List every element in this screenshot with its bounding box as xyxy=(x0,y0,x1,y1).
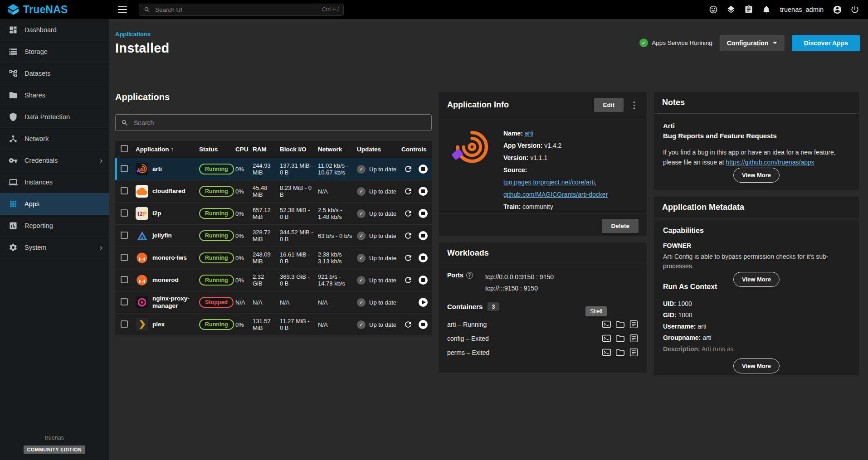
stop-button[interactable] xyxy=(419,320,428,329)
notes-issue-link[interactable]: https://github.com/truenas/apps xyxy=(726,159,814,166)
select-all-checkbox[interactable] xyxy=(121,145,128,152)
sidebar-item-apps[interactable]: Apps xyxy=(0,193,109,215)
configuration-button[interactable]: Configuration xyxy=(720,35,785,51)
sidebar-item-network[interactable]: Network xyxy=(0,128,109,150)
global-search-input[interactable] xyxy=(154,6,318,14)
row-checkbox[interactable] xyxy=(121,320,128,328)
stop-button[interactable] xyxy=(419,231,428,240)
edit-button[interactable]: Edit xyxy=(594,98,624,112)
stop-button[interactable] xyxy=(419,187,428,196)
table-row-plex[interactable]: plex Running 0% 131.57 MiB 11.27 MiB - 0… xyxy=(115,314,432,336)
sidebar-item-label: Apps xyxy=(24,200,39,208)
row-checkbox[interactable] xyxy=(121,209,128,217)
cpu-value: 0% xyxy=(233,208,250,219)
help-icon[interactable]: ? xyxy=(466,272,473,279)
jobs-icon[interactable] xyxy=(744,5,754,15)
volumes-icon[interactable] xyxy=(615,320,625,329)
discover-apps-button[interactable]: Discover Apps xyxy=(792,35,860,51)
shell-icon[interactable] xyxy=(602,348,611,357)
table-row-nginx-proxy-manager[interactable]: nginx-proxy-manager Stopped N/A N/A N/A … xyxy=(115,291,432,314)
column-status[interactable]: Status xyxy=(197,144,233,155)
volumes-icon[interactable] xyxy=(615,334,625,343)
sidebar-item-label: Data Protection xyxy=(24,113,70,121)
row-checkbox[interactable] xyxy=(121,298,128,305)
capabilities-title: Capabilities xyxy=(663,227,850,235)
view-more-button[interactable]: View More xyxy=(733,358,780,373)
stop-button[interactable] xyxy=(419,165,428,174)
global-search[interactable]: Ctrl + / xyxy=(139,4,344,16)
user-icon[interactable] xyxy=(832,5,842,15)
column-block-io[interactable]: Block I/O xyxy=(278,144,316,155)
apps-search[interactable] xyxy=(115,114,432,131)
sidebar-item-system[interactable]: System › xyxy=(0,237,109,258)
table-row-i2p[interactable]: I2P i2p Running 0% 657.12 MiB 52.38 MiB … xyxy=(115,203,432,225)
block-io-value: 369.3 GiB - 0 B xyxy=(278,271,316,289)
breadcrumb[interactable]: Applications xyxy=(115,31,151,38)
row-checkbox[interactable] xyxy=(121,187,128,194)
logs-icon[interactable] xyxy=(629,348,639,357)
feedback-icon[interactable] xyxy=(708,5,718,15)
name-label: Name: xyxy=(503,130,523,137)
sidebar-item-datasets[interactable]: Datasets xyxy=(0,63,109,84)
sidebar-item-data-protection[interactable]: Data Protection xyxy=(0,106,109,128)
shell-icon[interactable] xyxy=(602,334,611,343)
train-value: community xyxy=(522,203,553,210)
stop-button[interactable] xyxy=(419,209,428,218)
sidebar-item-instances[interactable]: Instances xyxy=(0,171,109,193)
restart-button[interactable] xyxy=(404,253,413,262)
apps-search-input[interactable] xyxy=(133,119,426,127)
column-cpu[interactable]: CPU xyxy=(233,144,250,155)
view-more-button[interactable]: View More xyxy=(733,272,780,287)
notes-app-name: Arti xyxy=(663,121,850,131)
restart-button[interactable] xyxy=(404,320,413,329)
table-row-jellyfin[interactable]: jellyfin Running 0% 328.72 MiB 344.52 Mi… xyxy=(115,225,432,247)
restart-button[interactable] xyxy=(404,187,413,196)
notifications-icon[interactable] xyxy=(761,5,771,15)
stop-button[interactable] xyxy=(419,276,428,285)
restart-button[interactable] xyxy=(404,209,413,218)
sidebar-item-credentials[interactable]: Credentials › xyxy=(0,150,109,171)
row-checkbox[interactable] xyxy=(121,254,128,261)
view-more-button[interactable]: View More xyxy=(733,168,780,183)
sidebar-item-dashboard[interactable]: Dashboard xyxy=(0,19,109,41)
logs-icon[interactable] xyxy=(629,320,639,329)
power-icon[interactable] xyxy=(850,5,860,15)
row-checkbox[interactable] xyxy=(121,276,128,283)
table-row-monerod[interactable]: monerod Running 0% 2.32 GiB 369.3 GiB - … xyxy=(115,269,432,291)
app-name-link[interactable]: arti xyxy=(525,130,533,137)
apps-icon xyxy=(9,199,18,208)
restart-button[interactable] xyxy=(404,231,413,240)
restart-button[interactable] xyxy=(404,276,413,285)
status-badge: Running xyxy=(199,186,234,197)
releases-icon[interactable] xyxy=(726,5,736,15)
column-network[interactable]: Network xyxy=(316,144,355,155)
column-application[interactable]: Application ↑ xyxy=(133,144,197,155)
row-checkbox[interactable] xyxy=(121,232,128,239)
username-label: Username: xyxy=(663,323,696,330)
table-row-monero-lws[interactable]: monero-lws Running 0% 248.09 MiB 16.61 M… xyxy=(115,247,432,269)
source-link[interactable]: github.com/MAGICGrants/arti-docker xyxy=(503,191,608,198)
ram-value: 45.48 MiB xyxy=(250,182,278,200)
volumes-icon[interactable] xyxy=(615,348,625,357)
stop-button[interactable] xyxy=(419,253,428,262)
applications-section-title: Applications xyxy=(115,92,432,102)
truenas-logo[interactable]: TrueNAS xyxy=(0,4,109,16)
menu-toggle-icon[interactable] xyxy=(118,6,127,13)
nginx-proxy-manager-app-icon xyxy=(136,296,148,309)
delete-button[interactable]: Delete xyxy=(602,219,639,233)
gear-icon xyxy=(9,243,18,252)
search-icon xyxy=(121,119,128,126)
restart-button[interactable] xyxy=(404,165,413,174)
sidebar-item-shares[interactable]: Shares xyxy=(0,84,109,106)
row-checkbox[interactable] xyxy=(121,165,128,172)
column-ram[interactable]: RAM xyxy=(250,144,278,155)
table-row-cloudflared[interactable]: cloudflared Running 0% 45.48 MiB 8.23 Mi… xyxy=(115,180,432,203)
shell-icon[interactable] xyxy=(602,320,611,329)
start-button[interactable] xyxy=(419,298,428,307)
sidebar-item-storage[interactable]: Storage xyxy=(0,41,109,63)
source-link[interactable]: tpo.pages.torproject.net/core/arti xyxy=(503,179,595,186)
sidebar-item-reporting[interactable]: Reporting xyxy=(0,215,109,237)
logs-icon[interactable] xyxy=(629,334,639,343)
table-row-arti[interactable]: arti Running 0% 244.93 MiB 137.31 MiB - … xyxy=(115,158,432,180)
kebab-menu-icon[interactable]: ⋮ xyxy=(630,101,639,109)
